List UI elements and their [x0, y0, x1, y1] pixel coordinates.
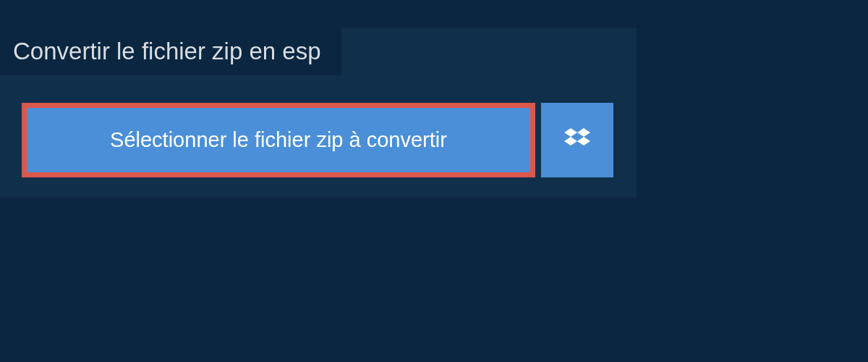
button-row: Sélectionner le fichier zip à convertir [22, 103, 637, 177]
page-title: Convertir le fichier zip en esp [13, 38, 321, 65]
dropbox-icon [564, 126, 590, 155]
select-file-button[interactable]: Sélectionner le fichier zip à convertir [22, 103, 535, 177]
select-file-label: Sélectionner le fichier zip à convertir [110, 128, 447, 152]
title-container: Convertir le fichier zip en esp [0, 28, 341, 75]
converter-panel: Convertir le fichier zip en esp Sélectio… [0, 28, 637, 198]
dropbox-button[interactable] [541, 103, 613, 177]
